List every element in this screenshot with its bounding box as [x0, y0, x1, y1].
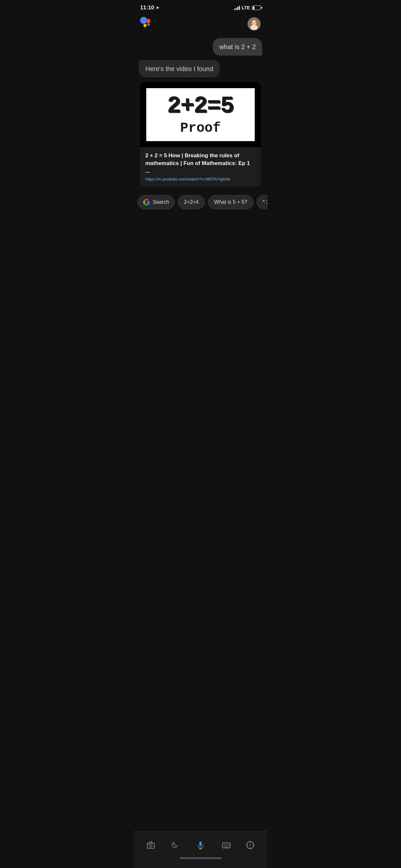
- video-info: 2 + 2 = 5 How | Breaking the rules of ma…: [140, 147, 261, 187]
- avatar[interactable]: [247, 17, 261, 31]
- user-message-row: what is 2 + 2: [139, 38, 262, 56]
- dot-yellow: [143, 24, 147, 27]
- svg-point-4: [255, 22, 256, 23]
- thumbnail-inner: 2+2=5 Proof: [145, 87, 256, 142]
- app-header: [134, 14, 267, 35]
- chat-area: what is 2 + 2 Here's the video I found 2…: [134, 35, 267, 190]
- video-title: 2 + 2 = 5 How | Breaking the rules of ma…: [145, 152, 256, 175]
- video-url[interactable]: https://m.youtube.com/watch?v=I86TArVgnN…: [145, 177, 256, 182]
- location-icon: ➤: [156, 5, 159, 10]
- avatar-image: [248, 18, 260, 30]
- battery-icon: [252, 5, 261, 10]
- google-logo-icon: [143, 198, 150, 206]
- chip-5plus5-label: What is 5 + 5?: [214, 199, 247, 205]
- status-bar: 11:10 ➤ LTE: [134, 0, 267, 14]
- chip-star3-label: * 3: [263, 199, 267, 205]
- user-bubble: what is 2 + 2: [213, 38, 262, 56]
- signal-bars: [234, 5, 240, 10]
- status-time: 11:10 ➤: [140, 4, 159, 11]
- video-card[interactable]: 2+2=5 Proof 2 + 2 = 5 How | Breaking the…: [140, 82, 261, 187]
- status-right: LTE: [234, 5, 261, 10]
- dot-red: [146, 19, 150, 23]
- suggestions-area: Search 2+2=4 What is 5 + 5? * 3: [134, 190, 267, 212]
- dot-green: [147, 23, 150, 26]
- chip-search[interactable]: Search: [137, 195, 175, 209]
- assistant-message-row: Here's the video I found: [139, 60, 262, 78]
- assistant-message-text: Here's the video I found: [145, 65, 213, 72]
- chip-5plus5[interactable]: What is 5 + 5?: [208, 195, 253, 209]
- chip-2plus2[interactable]: 2+2=4: [178, 195, 205, 209]
- thumbnail-proof-text: Proof: [180, 120, 221, 136]
- assistant-bubble: Here's the video I found: [139, 60, 220, 78]
- chip-star3[interactable]: * 3: [257, 195, 267, 209]
- svg-point-3: [252, 22, 253, 23]
- lte-label: LTE: [242, 5, 250, 10]
- chip-2plus2-label: 2+2=4: [184, 199, 198, 205]
- user-message-text: what is 2 + 2: [219, 43, 256, 51]
- chip-search-label: Search: [153, 199, 169, 205]
- thumbnail-math-text: 2+2=5: [167, 95, 234, 118]
- video-thumbnail: 2+2=5 Proof: [140, 82, 261, 147]
- google-assistant-logo: [140, 17, 154, 31]
